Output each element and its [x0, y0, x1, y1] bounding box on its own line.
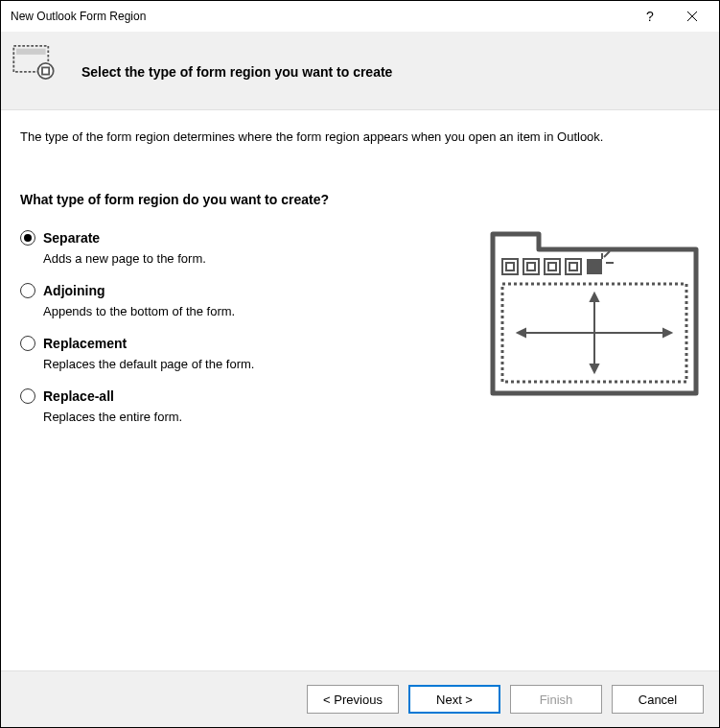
option-label: Replacement [43, 336, 127, 351]
main-content: The type of the form region determines w… [1, 110, 719, 670]
option-label: Adjoining [43, 283, 105, 298]
option-desc: Replaces the default page of the form. [43, 357, 431, 371]
option-adjoining[interactable]: Adjoining [20, 283, 431, 298]
option-label: Separate [43, 230, 100, 246]
question-text: What type of form region do you want to … [20, 192, 700, 207]
svg-point-4 [38, 63, 54, 79]
close-button[interactable] [671, 3, 713, 30]
option-desc: Replaces the entire form. [43, 410, 431, 424]
form-region-icon [12, 45, 55, 82]
svg-rect-14 [587, 259, 602, 274]
title-bar: New Outlook Form Region ? [1, 1, 719, 32]
option-desc: Appends to the bottom of the form. [43, 304, 431, 318]
option-replace-all[interactable]: Replace-all [20, 388, 431, 404]
window-title: New Outlook Form Region [11, 10, 629, 23]
svg-rect-3 [16, 49, 46, 55]
button-bar: < Previous Next > Finish Cancel [1, 670, 719, 727]
radio-icon [20, 336, 35, 351]
intro-text: The type of the form region determines w… [20, 129, 700, 144]
option-replacement[interactable]: Replacement [20, 336, 431, 351]
cancel-button[interactable]: Cancel [612, 685, 704, 714]
previous-button[interactable]: < Previous [307, 685, 399, 714]
option-label: Replace-all [43, 388, 114, 404]
help-button[interactable]: ? [629, 3, 671, 30]
wizard-header: Select the type of form region you want … [1, 32, 719, 110]
next-button[interactable]: Next > [408, 685, 500, 714]
page-title: Select the type of form region you want … [81, 49, 392, 80]
options-list: Separate Adds a new page to the form. Ad… [20, 230, 431, 441]
option-desc: Adds a new page to the form. [43, 251, 431, 266]
radio-icon [20, 388, 35, 404]
option-separate[interactable]: Separate [20, 230, 431, 246]
radio-icon [20, 230, 35, 246]
close-icon [686, 11, 698, 22]
radio-icon [20, 283, 35, 298]
finish-button: Finish [510, 685, 602, 714]
preview-image [489, 230, 700, 398]
